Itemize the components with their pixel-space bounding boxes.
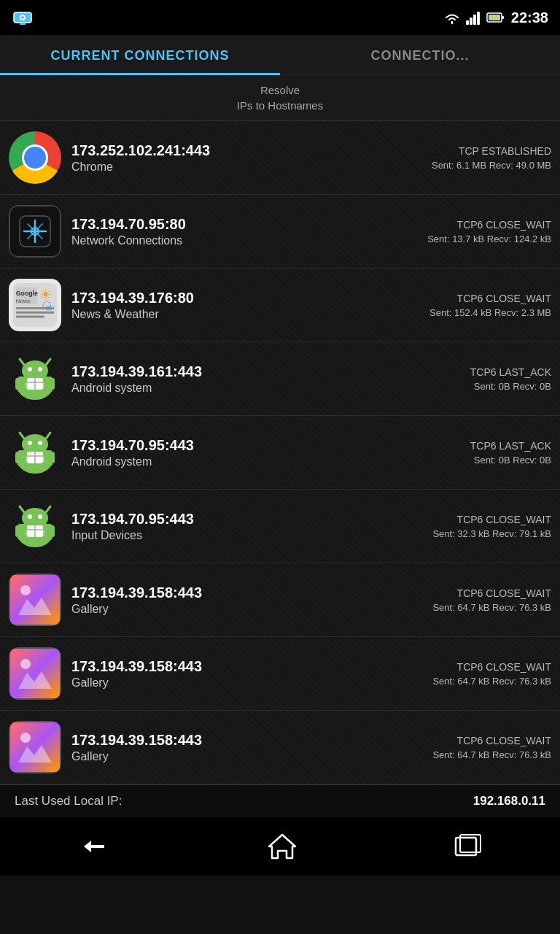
tab-current-connections[interactable]: CURRENT CONNECTIONS [0, 35, 280, 74]
conn-app: Gallery [71, 603, 425, 616]
conn-app: Gallery [71, 676, 425, 690]
conn-ip: 173.194.39.158:443 [71, 584, 425, 601]
conn-meta: TCP6 CLOSE_WAIT Sent: 64.7 kB Recv: 76.3… [432, 661, 551, 687]
conn-details: 173.194.39.158:443 Gallery [71, 731, 425, 763]
conn-meta: TCP6 LAST_ACK Sent: 0B Recv: 0B [470, 440, 551, 466]
conn-ip: 173.194.39.158:443 [71, 657, 425, 675]
conn-traffic: Sent: 0B Recv: 0B [470, 455, 551, 466]
conn-app: Android system [71, 382, 463, 395]
app-icon-gallery [9, 574, 61, 626]
svg-rect-42 [37, 463, 43, 473]
last-ip-value: 192.168.0.11 [473, 794, 545, 808]
gallery-icon [9, 721, 61, 773]
conn-details: 173.194.39.158:443 Gallery [71, 657, 425, 690]
home-icon [266, 832, 298, 861]
app-icon-chrome [9, 131, 61, 184]
connection-item[interactable]: 173.252.102.241:443 Chrome TCP ESTABLISH… [0, 121, 560, 195]
svg-rect-20 [16, 316, 44, 318]
svg-point-49 [38, 514, 42, 519]
conn-details: 173.194.70.95:80 Network Connections [71, 215, 420, 247]
nav-bar [0, 817, 560, 876]
svg-point-64 [20, 733, 31, 743]
conn-traffic: Sent: 0B Recv: 0B [470, 381, 551, 392]
app-icon-android [9, 352, 61, 405]
resolve-button[interactable]: Resolve IPs to Hostnames [237, 82, 323, 113]
svg-point-58 [20, 585, 31, 595]
back-icon [77, 833, 113, 860]
conn-traffic: Sent: 64.7 kB Recv: 76.3 kB [432, 749, 551, 760]
connection-item[interactable]: 173.194.39.158:443 Gallery TCP6 CLOSE_WA… [0, 711, 560, 784]
android-icon [9, 500, 61, 552]
app-icon-gallery [9, 647, 61, 700]
battery-icon: ⚡ [486, 10, 505, 25]
recents-button[interactable] [451, 833, 483, 860]
conn-app: Android system [71, 455, 463, 468]
svg-rect-28 [15, 378, 21, 390]
svg-rect-39 [15, 452, 21, 463]
chrome-icon [9, 131, 61, 184]
svg-rect-52 [27, 536, 33, 547]
svg-point-38 [38, 441, 42, 445]
svg-point-47 [22, 508, 48, 528]
conn-details: 173.194.39.158:443 Gallery [71, 584, 425, 616]
app-icon [12, 7, 34, 28]
svg-point-26 [28, 367, 32, 371]
svg-rect-1 [20, 23, 26, 25]
connection-item[interactable]: 173.194.39.158:443 Gallery TCP6 CLOSE_WA… [0, 563, 560, 637]
conn-app: Input Devices [71, 529, 425, 542]
conn-status: TCP ESTABLISHED [432, 145, 551, 157]
svg-point-61 [20, 659, 31, 669]
last-ip-label: Last Used Local IP: [15, 794, 122, 808]
conn-ip: 173.252.102.241:443 [71, 142, 424, 159]
svg-rect-40 [49, 452, 55, 463]
conn-app: Chrome [71, 161, 424, 174]
conn-status: TCP6 CLOSE_WAIT [432, 587, 551, 599]
svg-rect-53 [37, 536, 43, 547]
connection-item[interactable]: ☀ 🌤 Google News 173.194.39.176:80 News &… [0, 269, 560, 342]
resolve-bar[interactable]: Resolve IPs to Hostnames [0, 75, 560, 121]
app-icon-gallery [9, 721, 61, 773]
conn-status: TCP6 LAST_ACK [470, 440, 551, 452]
svg-text:News: News [16, 298, 31, 304]
conn-ip: 173.194.39.176:80 [71, 289, 422, 306]
recents-icon [451, 833, 483, 860]
svg-point-36 [22, 434, 48, 455]
svg-rect-6 [473, 15, 476, 25]
svg-point-25 [22, 360, 48, 381]
conn-meta: TCP6 CLOSE_WAIT Sent: 13.7 kB Recv: 124.… [427, 219, 551, 244]
conn-meta: TCP6 CLOSE_WAIT Sent: 64.7 kB Recv: 76.3… [432, 735, 551, 760]
connection-item[interactable]: 173.194.70.95:80 Network Connections TCP… [0, 195, 560, 269]
svg-rect-59 [12, 651, 58, 696]
connection-item[interactable]: 173.194.70.95:443 Input Devices TCP6 CLO… [0, 490, 560, 563]
home-button[interactable] [266, 832, 298, 861]
conn-ip: 173.194.39.161:443 [71, 363, 463, 380]
svg-rect-31 [37, 389, 43, 399]
app-icon-network [9, 205, 61, 258]
svg-rect-30 [27, 389, 33, 399]
back-button[interactable] [77, 833, 113, 860]
conn-app: Network Connections [71, 234, 420, 247]
svg-text:Google: Google [16, 290, 38, 297]
connection-item[interactable]: 173.194.70.95:443 Android system TCP6 LA… [0, 416, 560, 490]
conn-ip: 173.194.70.95:443 [71, 510, 425, 528]
svg-point-3 [21, 16, 24, 19]
conn-details: 173.194.70.95:443 Input Devices [71, 510, 425, 542]
tabs-bar: CURRENT CONNECTIONS CONNECTIO... [0, 35, 560, 75]
conn-traffic: Sent: 152.4 kB Recv: 2.3 MB [429, 307, 551, 318]
tab-connection-history[interactable]: CONNECTIO... [280, 35, 560, 74]
wifi-icon [443, 10, 462, 25]
svg-marker-65 [269, 835, 295, 858]
time-display: 22:38 [511, 9, 548, 26]
svg-rect-62 [12, 725, 58, 770]
conn-meta: TCP6 CLOSE_WAIT Sent: 152.4 kB Recv: 2.3… [429, 293, 551, 318]
connection-item[interactable]: 173.194.39.158:443 Gallery TCP6 CLOSE_WA… [0, 637, 560, 711]
conn-traffic: Sent: 64.7 kB Recv: 76.3 kB [432, 602, 551, 613]
connection-item[interactable]: 173.194.39.161:443 Android system TCP6 L… [0, 342, 560, 416]
conn-meta: TCP6 LAST_ACK Sent: 0B Recv: 0B [470, 366, 551, 392]
bottom-bar: Last Used Local IP: 192.168.0.11 [0, 784, 560, 817]
status-bar-right: ⚡ 22:38 [443, 9, 548, 26]
conn-meta: TCP ESTABLISHED Sent: 6.1 MB Recv: 49.0 … [432, 145, 551, 171]
svg-text:🌤: 🌤 [42, 300, 53, 312]
svg-text:⚡: ⚡ [491, 15, 497, 21]
conn-traffic: Sent: 32.3 kB Recv: 79.1 kB [432, 528, 551, 539]
